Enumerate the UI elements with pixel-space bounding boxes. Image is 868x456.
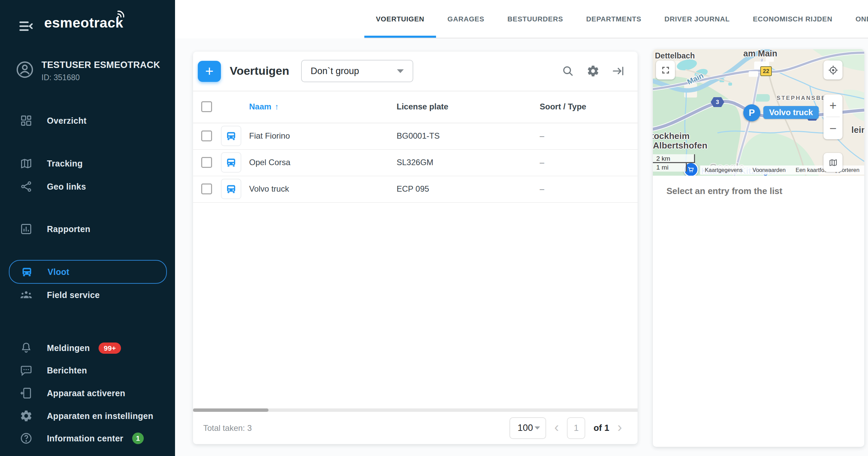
- column-header-naam[interactable]: Naam ↑: [249, 102, 279, 111]
- user-profile[interactable]: TESTUSER ESMEOTRACK ID: 351680: [15, 60, 160, 82]
- fullscreen-button[interactable]: [656, 60, 675, 80]
- app-logo-text: esmeotrack: [44, 15, 123, 31]
- sidebar-item-apparaten-instellingen[interactable]: Apparaten en instellingen: [9, 405, 167, 427]
- zoom-controls: + −: [823, 94, 843, 139]
- car-icon: [20, 265, 33, 278]
- map-type-button[interactable]: [823, 153, 843, 172]
- map-scale-km: 2 km: [653, 154, 695, 163]
- chat-icon: [20, 364, 33, 377]
- vehicle-marker[interactable]: P: [743, 104, 760, 121]
- map-scale-mi: 1 mi: [653, 163, 687, 172]
- vehicle-type: –: [540, 184, 544, 194]
- menu-collapse-icon[interactable]: [18, 18, 35, 35]
- column-label: Naam: [249, 102, 271, 111]
- map-label-town: Dettelbach: [655, 51, 695, 60]
- table-row[interactable]: Volvo truck ECP 095 –: [193, 176, 638, 203]
- table-settings-icon[interactable]: [587, 65, 600, 77]
- prev-page-button[interactable]: ‹: [554, 420, 559, 436]
- sidebar-item-vloot[interactable]: Vloot: [9, 260, 167, 284]
- sidebar-item-label: Vloot: [48, 267, 69, 277]
- my-location-button[interactable]: [823, 60, 843, 80]
- car-icon: [225, 156, 237, 169]
- bar-chart-icon: [20, 223, 33, 235]
- vehicle-icon-button[interactable]: [221, 179, 241, 199]
- pagination-bar: Total taken: 3 100 ‹ 1 of 1 ›: [193, 412, 638, 444]
- row-checkbox[interactable]: [201, 183, 212, 194]
- vehicle-name: Volvo truck: [249, 184, 289, 194]
- tab-departments[interactable]: DEPARTMENTS: [575, 0, 653, 38]
- tab-label: VOERTUIGEN: [376, 15, 424, 23]
- sidebar-item-label: Rapporten: [47, 224, 90, 234]
- tab-voertuigen[interactable]: VOERTUIGEN: [364, 0, 436, 38]
- plus-icon: +: [205, 63, 214, 80]
- map-icon: [20, 157, 33, 170]
- vehicle-name: Opel Corsa: [249, 158, 290, 167]
- fullscreen-icon: [661, 66, 670, 75]
- sidebar-item-label: Berichten: [47, 366, 87, 375]
- collapse-panel-icon[interactable]: [612, 65, 625, 77]
- attribution-terms-link[interactable]: Voorwaarden: [752, 167, 785, 173]
- tab-onderhoud[interactable]: ONDERHOUD: [844, 0, 868, 38]
- next-page-button[interactable]: ›: [618, 420, 622, 436]
- sidebar-item-meldingen[interactable]: Meldingen 99+: [9, 337, 167, 359]
- sidebar-item-field-service[interactable]: Field service: [9, 284, 167, 306]
- sidebar-item-label: Overzicht: [47, 116, 87, 126]
- column-header-license-plate[interactable]: License plate: [397, 102, 448, 111]
- sidebar-item-apparaat-activeren[interactable]: Apparaat activeren: [9, 382, 167, 404]
- select-all-checkbox[interactable]: [201, 101, 212, 112]
- my-location-icon: [828, 65, 838, 75]
- info-center-badge: 1: [132, 433, 144, 444]
- zoom-in-button[interactable]: +: [823, 94, 843, 117]
- bell-icon: [20, 341, 33, 354]
- tab-bar: VOERTUIGEN GARAGES BESTUURDERS DEPARTMEN…: [364, 0, 868, 38]
- tab-bestuurders[interactable]: BESTUURDERS: [496, 0, 575, 38]
- vehicle-icon-button[interactable]: [221, 152, 241, 173]
- vehicle-plate: ECP 095: [397, 184, 429, 194]
- table-row[interactable]: Fiat Fiorino BG0001-TS –: [193, 123, 638, 150]
- table-row[interactable]: Opel Corsa SL326GM –: [193, 149, 638, 176]
- help-icon: [20, 432, 33, 445]
- map-label-town: am Main: [743, 49, 777, 58]
- row-checkbox[interactable]: [201, 157, 212, 168]
- tab-divider: [364, 38, 868, 38]
- sidebar-item-overzicht[interactable]: Overzicht: [9, 109, 167, 132]
- attribution-data-link[interactable]: Kaartgegevens: [705, 167, 743, 173]
- tab-garages[interactable]: GARAGES: [436, 0, 496, 38]
- scrollbar-thumb[interactable]: [193, 408, 268, 412]
- group-select-value: Don`t group: [311, 66, 359, 76]
- page-size-value: 100: [518, 423, 533, 433]
- zoom-out-button[interactable]: −: [823, 117, 843, 139]
- tab-economisch-rijden[interactable]: ECONOMISCH RIJDEN: [741, 0, 844, 38]
- user-name: TESTUSER ESMEOTRACK: [41, 60, 160, 70]
- sidebar-item-rapporten[interactable]: Rapporten: [9, 218, 167, 240]
- search-icon[interactable]: [561, 65, 574, 77]
- column-header-soort-type[interactable]: Soort / Type: [540, 102, 586, 111]
- total-count: Total taken: 3: [203, 412, 252, 444]
- map[interactable]: Dettelbach am Main Main STEPHANSBER tock…: [653, 49, 864, 176]
- user-id: ID: 351680: [41, 73, 160, 82]
- tab-driver-journal[interactable]: DRIVER JOURNAL: [653, 0, 741, 38]
- gear-icon: [20, 409, 33, 422]
- tab-label: BESTUURDERS: [507, 15, 563, 23]
- sidebar-item-berichten[interactable]: Berichten: [9, 359, 167, 382]
- sidebar-item-tracking[interactable]: Tracking: [9, 152, 167, 175]
- vehicle-marker-label[interactable]: Volvo truck: [763, 106, 819, 119]
- vehicle-icon-button[interactable]: [221, 126, 241, 146]
- sidebar-item-information-center[interactable]: Information center 1: [9, 427, 167, 450]
- map-label-town: Albertshofen: [653, 140, 707, 151]
- row-checkbox[interactable]: [201, 130, 212, 141]
- group-select[interactable]: Don`t group: [301, 60, 413, 82]
- horizontal-scrollbar[interactable]: [193, 408, 638, 412]
- sidebar-item-label: Meldingen: [47, 343, 90, 353]
- page-number-input[interactable]: 1: [567, 417, 585, 439]
- tab-label: GARAGES: [448, 15, 485, 23]
- sidebar-item-label: Tracking: [47, 159, 83, 169]
- app-logo[interactable]: esmeotrack: [44, 15, 123, 31]
- tab-strip: VOERTUIGEN GARAGES BESTUURDERS DEPARTMEN…: [175, 0, 868, 38]
- detail-empty-message: Select an entry from the list: [666, 186, 782, 196]
- device-add-icon: [20, 387, 33, 400]
- add-vehicle-button[interactable]: +: [198, 61, 221, 82]
- sidebar-item-geo-links[interactable]: Geo links: [9, 175, 167, 198]
- tab-label: ONDERHOUD: [855, 15, 868, 23]
- page-size-select[interactable]: 100: [509, 417, 546, 439]
